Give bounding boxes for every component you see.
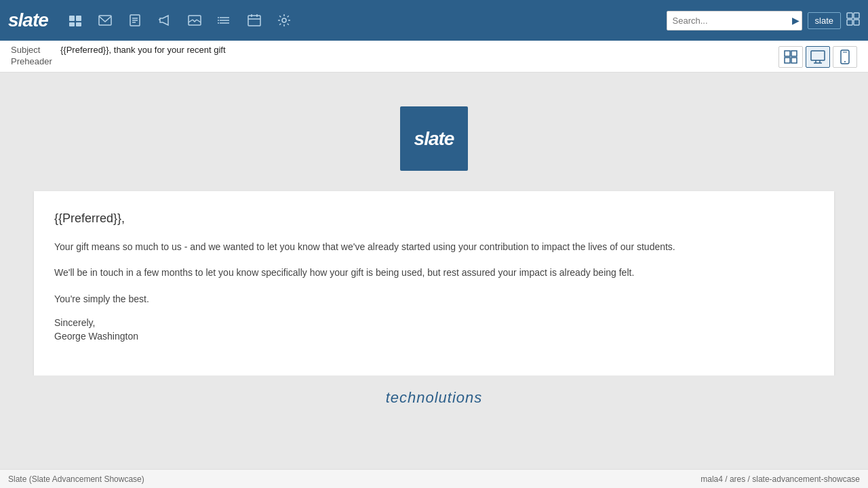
nav-right-controls: ▶ slate — [667, 11, 860, 30]
search-container: ▶ — [667, 11, 802, 30]
email-logo-text: slate — [414, 128, 454, 150]
svg-rect-1 — [76, 16, 81, 21]
desktop-view-button[interactable] — [806, 46, 830, 68]
subject-rows: Subject {{Preferred}}, thank you for you… — [11, 45, 778, 68]
svg-rect-4 — [99, 16, 111, 25]
app-logo[interactable]: slate — [8, 9, 48, 31]
settings-nav-icon[interactable] — [271, 7, 298, 34]
svg-rect-3 — [76, 22, 81, 26]
email-footer-logo: technolutions — [14, 389, 854, 407]
grid-view-button[interactable] — [778, 46, 803, 68]
email-body: {{Preferred}}, Your gift means so much t… — [34, 191, 834, 375]
svg-point-17 — [218, 22, 219, 24]
slate-badge[interactable]: slate — [808, 12, 841, 29]
svg-point-36 — [844, 61, 846, 62]
email-paragraph-1: Your gift means so much to us - and we w… — [54, 239, 814, 254]
email-signature: George Washington — [54, 331, 814, 342]
people-nav-icon[interactable] — [62, 7, 89, 34]
email-paragraph-3: You're simply the best. — [54, 291, 814, 306]
svg-rect-30 — [791, 58, 797, 63]
email-greeting: {{Preferred}}, — [54, 211, 814, 226]
mail-nav-icon[interactable] — [181, 7, 208, 34]
status-bar: Slate (Slate Advancement Showcase) mala4… — [0, 469, 868, 488]
email-logo-box: slate — [400, 106, 468, 171]
subject-value: {{Preferred}}, thank you for your recent… — [60, 45, 226, 55]
svg-point-15 — [218, 17, 219, 18]
status-right-text: mala4 / ares / slate-advancement-showcas… — [701, 474, 860, 484]
view-controls — [778, 46, 857, 68]
documents-nav-icon[interactable] — [121, 7, 149, 34]
svg-rect-31 — [811, 51, 825, 60]
email-paragraph-2: We'll be in touch in a few months to let… — [54, 265, 814, 280]
subject-row: Subject {{Preferred}}, thank you for you… — [11, 45, 778, 55]
svg-marker-9 — [160, 16, 168, 25]
nav-icons-group — [62, 7, 667, 34]
svg-point-22 — [282, 18, 286, 22]
email-footer-section: technolutions — [0, 375, 868, 420]
preheader-row: Preheader — [11, 56, 778, 66]
email-closing: Sincerely, — [54, 317, 814, 328]
svg-rect-24 — [854, 13, 859, 18]
svg-point-16 — [218, 20, 219, 21]
grid-nav-icon[interactable] — [846, 12, 860, 29]
email-metadata-bar: Subject {{Preferred}}, thank you for you… — [0, 41, 868, 73]
svg-rect-2 — [69, 22, 75, 26]
email-logo-section: slate — [0, 86, 868, 191]
svg-rect-11 — [189, 16, 201, 25]
svg-rect-18 — [248, 16, 260, 26]
list-nav-icon[interactable] — [211, 7, 238, 34]
svg-rect-29 — [785, 58, 790, 63]
search-input[interactable] — [667, 11, 802, 30]
subject-label: Subject — [11, 45, 55, 55]
preheader-label: Preheader — [11, 56, 55, 66]
svg-rect-27 — [785, 51, 790, 56]
megaphone-nav-icon[interactable] — [151, 7, 178, 34]
email-preview-wrapper[interactable]: slate {{Preferred}}, Your gift means so … — [0, 73, 868, 469]
svg-rect-26 — [854, 20, 859, 25]
svg-rect-23 — [847, 13, 852, 18]
top-navigation: slate — [0, 0, 868, 41]
svg-rect-25 — [847, 20, 852, 25]
status-left-text: Slate (Slate Advancement Showcase) — [8, 474, 144, 484]
inbox-nav-icon[interactable] — [92, 7, 119, 34]
calendar-nav-icon[interactable] — [241, 7, 268, 34]
svg-rect-0 — [69, 16, 75, 21]
mobile-view-button[interactable] — [833, 46, 857, 68]
svg-rect-28 — [791, 51, 797, 56]
search-button[interactable]: ▶ — [792, 15, 800, 26]
main-area: slate {{Preferred}}, Your gift means so … — [0, 73, 868, 469]
